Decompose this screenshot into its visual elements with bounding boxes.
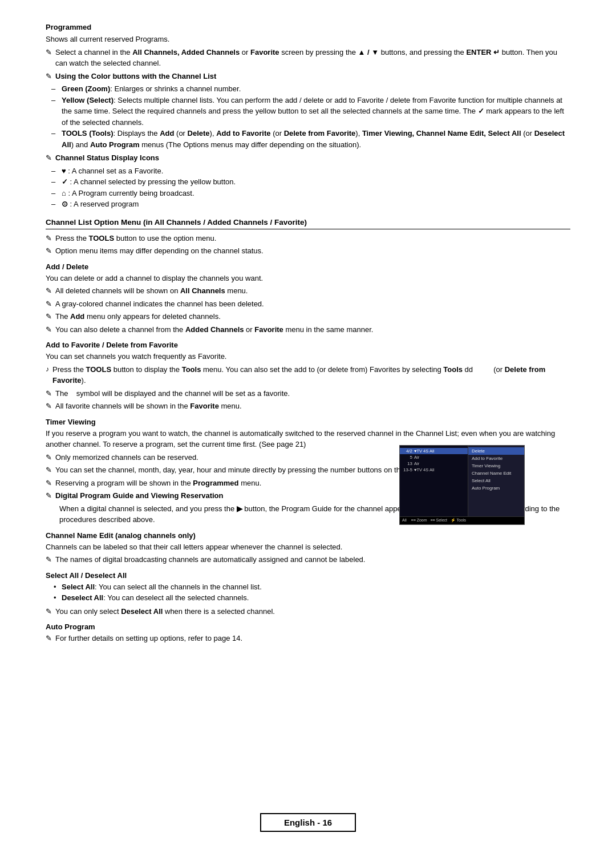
status-icon-reserved: ⊙ : A reserved program	[56, 199, 570, 210]
color-btn-tools: TOOLS (Tools): Displays the Add (or Dele…	[56, 128, 570, 150]
add-delete-note3: ✎ The Add menu only appears for deleted …	[46, 311, 570, 322]
note-icon-cne: ✎	[46, 554, 52, 565]
note-icon-tv1: ✎	[46, 452, 52, 463]
note-icon-fav2: ✎	[46, 388, 52, 399]
select-all-note: ✎ You can only select Deselect All when …	[46, 606, 570, 617]
tv-screen: 2 All 4/2 ♥TV 4S All 5 Air 13	[400, 446, 524, 524]
channel-name-edit-desc: Channels can be labeled so that their ca…	[46, 541, 570, 553]
programmed-title: Programmed	[46, 23, 570, 31]
tv-ch-num: 5	[402, 455, 412, 460]
channel-list-option-section: Channel List Option Menu (in All Channel…	[46, 218, 570, 644]
channel-name-note-text: The names of digital broadcasting channe…	[55, 554, 570, 565]
color-buttons-note: ✎ Using the Color buttons with the Chann…	[46, 71, 570, 82]
tv-menu-add-favorite: Add to Favorite	[468, 455, 524, 462]
status-icon-broadcast: ⌂ : A Program currently being broadcast.	[56, 188, 570, 199]
tv-menu-channel-name-edit: Channel Name Edit	[468, 470, 524, 477]
tv-ch-num: 13	[402, 461, 412, 466]
tv-menu-auto-program: Auto Program	[468, 484, 524, 492]
tv-status-bar: All ≡≡ Zoom ≡≡ Select ⚡ Tools	[400, 516, 524, 524]
note-icon-tv2: ✎	[46, 464, 52, 476]
tv-channel-row: 4/2 ♥TV 4S All	[400, 448, 468, 454]
tv-menu-select-all: Select All	[468, 477, 524, 484]
add-fav-note1: ♪ Press the TOOLS button to display the …	[46, 364, 570, 386]
add-delete-desc: You can delete or add a channel to displ…	[46, 273, 570, 284]
tv-context-menu: Delete Add to Favorite Timer Viewing Cha…	[468, 446, 524, 524]
note-icon-ad1: ✎	[46, 285, 52, 297]
tv-channel-row: 5 Air	[400, 454, 468, 460]
tv-menu-timer-viewing: Timer Viewing	[468, 462, 524, 470]
add-delete-note2: ✎ A gray-colored channel indicates the c…	[46, 298, 570, 310]
tv-menu-delete: Delete	[468, 447, 524, 455]
add-delete-note1: ✎ All deleted channels will be shown on …	[46, 285, 570, 297]
add-fav-note3: ✎ All favorite channels will be shown in…	[46, 401, 570, 412]
select-all-list: Select All: You can select all the chann…	[46, 581, 570, 604]
add-delete-heading: Add / Delete	[46, 262, 570, 271]
tv-channel-list: 4/2 ♥TV 4S All 5 Air 13 Air 13-5	[400, 446, 468, 524]
auto-program-note-text: For further details on setting up option…	[55, 633, 570, 644]
note-icon-2: ✎	[46, 71, 52, 82]
add-fav-heading: Add to Favorite / Delete from Favorite	[46, 341, 570, 349]
tv-status-text: All ≡≡ Zoom ≡≡ Select ⚡ Tools	[402, 518, 466, 523]
programmed-desc: Shows all current reserved Programs.	[46, 34, 570, 45]
status-icon-heart: ♥ : A channel set as a Favorite.	[56, 165, 570, 177]
tv-ch-info: Air	[414, 455, 419, 460]
auto-program-heading: Auto Program	[46, 622, 570, 631]
note-icon-1: ✎	[46, 47, 52, 58]
note-icon-sa: ✎	[46, 606, 52, 617]
tv-ch-info: ♥TV 4S All	[414, 448, 434, 454]
note-icon-3: ✎	[46, 152, 52, 164]
note-icon-ad3: ✎	[46, 311, 52, 322]
channel-name-note: ✎ The names of digital broadcasting chan…	[46, 554, 570, 565]
programmed-note1-text: Select a channel in the All Channels, Ad…	[55, 47, 570, 69]
add-fav-note2: ✎ The symbol will be displayed and the c…	[46, 388, 570, 399]
add-fav-note3-text: All favorite channels will be shown in t…	[55, 401, 570, 412]
add-delete-note1-text: All deleted channels will be shown on Al…	[55, 285, 570, 297]
add-fav-note1-text: Press the TOOLS button to display the To…	[52, 364, 570, 386]
add-fav-desc: You can set channels you watch frequentl…	[46, 351, 570, 362]
note-icon-tools1: ✎	[46, 233, 52, 244]
tv-ch-info: ♥TV 4S All	[414, 467, 434, 472]
select-all-item1: Select All: You can select all the chann…	[56, 581, 570, 593]
footer-box: English - 16	[260, 813, 356, 832]
auto-program-note: ✎ For further details on setting up opti…	[46, 633, 570, 644]
add-delete-note4: ✎ You can also delete a channel from the…	[46, 324, 570, 335]
note-icon-fav1: ♪	[46, 364, 49, 374]
channel-name-edit-heading: Channel Name Edit (analog channels only)	[46, 531, 570, 540]
tools-note2: ✎ Option menu items may differ depending…	[46, 245, 570, 257]
tools-note1-text: Press the TOOLS button to use the option…	[55, 233, 570, 244]
note-icon-ad2: ✎	[46, 298, 52, 310]
note-icon-tv3: ✎	[46, 478, 52, 489]
note-icon-tv4: ✎	[46, 490, 52, 502]
select-all-note-text: You can only select Deselect All when th…	[55, 606, 570, 617]
tv-channel-row: 13-5 ♥TV 4S All	[400, 467, 468, 473]
note-icon-ad4: ✎	[46, 324, 52, 335]
note-icon-fav3: ✎	[46, 401, 52, 412]
select-all-item2: Deselect All: You can deselect all the s…	[56, 592, 570, 604]
channel-status-list: ♥ : A channel set as a Favorite. ✓ : A c…	[46, 165, 570, 210]
color-btn-green: Green (Zoom): Enlarges or shrinks a chan…	[56, 83, 570, 95]
channel-status-title: Channel Status Display Icons	[55, 152, 570, 164]
footer: English - 16	[0, 813, 616, 832]
add-delete-note4-text: You can also delete a channel from the A…	[55, 324, 570, 335]
add-delete-note2-text: A gray-colored channel indicates the cha…	[55, 298, 570, 310]
tools-note1: ✎ Press the TOOLS button to use the opti…	[46, 233, 570, 244]
select-all-heading: Select All / Deselect All	[46, 571, 570, 580]
page-content: Programmed Shows all current reserved Pr…	[0, 0, 616, 693]
timer-viewing-heading: Timer Viewing	[46, 418, 570, 426]
color-btn-yellow: Yellow (Select): Selects multiple channe…	[56, 95, 570, 128]
tv-ch-num: 4/2	[402, 448, 412, 454]
note-icon-ap: ✎	[46, 633, 52, 644]
channel-status-note: ✎ Channel Status Display Icons	[46, 152, 570, 164]
note-icon-tools2: ✎	[46, 245, 52, 257]
color-buttons-list: Green (Zoom): Enlarges or shrinks a chan…	[46, 83, 570, 150]
tv-screenshot: 2 All 4/2 ♥TV 4S All 5 Air 13	[399, 445, 525, 525]
channel-list-option-title: Channel List Option Menu (in All Channel…	[46, 218, 570, 229]
color-buttons-title: Using the Color buttons with the Channel…	[55, 71, 570, 82]
tv-channel-row: 13 Air	[400, 460, 468, 467]
tv-ch-num: 13-5	[402, 467, 412, 472]
programmed-note1: ✎ Select a channel in the All Channels, …	[46, 47, 570, 69]
tv-ch-info: Air	[414, 461, 419, 466]
add-delete-note3-text: The Add menu only appears for deleted ch…	[55, 311, 570, 322]
status-icon-check: ✓ : A channel selected by pressing the y…	[56, 176, 570, 188]
add-fav-note2-text: The symbol will be displayed and the cha…	[55, 388, 570, 399]
